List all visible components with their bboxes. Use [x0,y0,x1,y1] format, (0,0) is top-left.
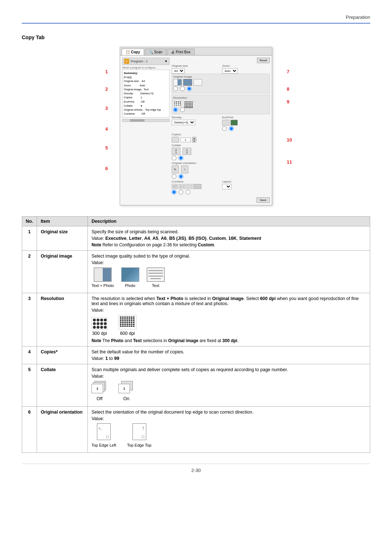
radio-600[interactable] [180,107,185,112]
header-line [22,23,370,24]
orient-top-left-img: ↑ Top Edge Left [91,423,116,447]
ecoprint-label: EcoPrint: [222,116,270,119]
tab-copy[interactable]: 📋 Copy [122,49,144,55]
radio-none[interactable] [173,86,178,91]
combine-1-icon[interactable] [172,184,178,189]
copies-input[interactable] [180,138,191,142]
combine-2-icon[interactable] [179,184,185,189]
original-image-panel: Original image: [172,74,270,93]
ecoprint-off-icon[interactable] [222,120,229,126]
page-header: Preparation [22,15,370,20]
layout-select[interactable] [222,184,232,189]
res-300-icon[interactable] [173,100,181,107]
radio-eco-off[interactable] [222,126,227,131]
photo-label: Photo [125,283,135,288]
ecoprint-on-icon[interactable] [230,120,238,126]
radio-orient-sel[interactable] [179,174,183,179]
zoom-select[interactable]: Auto [222,68,238,74]
radio-orient-c[interactable] [172,174,176,179]
orient-left-icon[interactable]: ↖ [172,165,179,173]
ann-11: 11 [287,159,292,165]
spin-buttons: ▲ ▼ [192,137,196,143]
ann-1: 1 [105,69,108,74]
orient-left-label: Top Edge Left [91,443,116,447]
text-img [147,267,165,282]
ui-body: P Program : 1 ▼ Reset a program to confi… [120,56,272,205]
orient-arrow-left: ↑ [97,426,103,432]
ann-9: 9 [287,99,289,104]
density-select[interactable]: Darker(+3) [172,120,195,125]
collate-img-row: 2 1 1 Off 2 1 On [91,381,366,401]
row-no: 6 [22,407,37,453]
desc-value-prefix: Value: [91,260,366,265]
original-size-field: Original size: A4 [172,64,219,74]
summary-content: [Copy] Original size: A4 Zoom: Auto Orig… [124,75,168,116]
orig-image-label: Original image: [173,75,268,78]
density-eco-row: Density: Darker(+3) EcoPrint: [172,116,270,132]
screenshot-container: 1 2 3 4 5 6 📋 Copy 🔍 Scan 🖨 Print Box P … [22,47,370,205]
row-desc: Select image quality suited to the type … [88,251,370,293]
radio-300[interactable] [173,107,178,112]
orient-arrow-top: ↑ [142,425,145,431]
res-600-icon[interactable] [183,100,193,107]
textphoto-img [94,267,112,282]
orig-image-radios [173,86,268,91]
dpi300-label: 300 dpi [92,331,107,336]
tab-printbox[interactable]: 🖨 Print Box [167,49,194,55]
copies-field: Copies: ▲ ▼ [172,133,270,143]
program-bar: P Program : 1 ▼ [122,58,170,65]
row-no: 4 [22,346,37,364]
combine-more-icon[interactable] [193,184,201,189]
density-label: Density: [172,116,219,119]
screenshot-wrapper: 1 2 3 4 5 6 📋 Copy 🔍 Scan 🖨 Print Box P … [120,47,272,205]
resolution-icons [173,100,268,107]
radio-comb-3[interactable] [185,190,190,194]
table-row: 2 Original image Select image quality su… [22,251,370,293]
page-number: 2-30 [191,468,201,473]
reset-button[interactable]: Reset [257,58,270,63]
combine-4-icon[interactable] [186,184,193,189]
desc-main: Scan multiple originals and deliver comp… [91,367,366,372]
copies-label: Copies: [172,133,270,136]
ann-6: 6 [105,166,108,171]
radio-eco-on[interactable] [229,126,234,131]
tab-scan[interactable]: 🔍 Scan [145,49,167,55]
save-button[interactable]: Save [257,197,270,203]
collate-on-img: 2 1 On [118,381,134,401]
table-row: 6 Original orientation Select the orient… [22,407,370,453]
row-no: 1 [22,226,37,251]
res-300: 300 dpi [91,317,107,336]
text-icon[interactable] [193,79,202,86]
program-icon: P [124,59,129,64]
ann-4: 4 [105,126,108,132]
ui-scrollbar[interactable] [122,119,170,122]
scrollbar-thumb [130,119,144,122]
textphoto-icon[interactable] [173,79,182,86]
radio-collate-on[interactable] [179,156,183,160]
desc-main: Select image quality suited to the type … [91,254,366,259]
row-item: Original orientation [37,407,88,453]
photo-icon[interactable] [183,79,192,86]
radio-mid[interactable] [180,86,185,91]
radio-collate-off[interactable] [172,156,176,160]
row-desc: Specify the size of originals being scan… [88,226,370,251]
collate-off-icon[interactable]: 21 [172,148,180,155]
table-row: 3 Resolution The resolution is selected … [22,293,370,346]
img-textphoto: Text + Photo [91,267,114,288]
page-front2: 1 [118,384,130,393]
copies-row: ▲ ▼ [172,137,270,143]
orig-size-label: Original size: [172,64,219,67]
ui-right-panel: Reset Original size: A4 Zoom: Auto [172,58,270,203]
desc-main: Set the default value for the number of … [91,349,366,354]
copies-icon [172,137,179,143]
orig-size-select[interactable]: A4 [172,68,185,74]
ann-7: 7 [287,69,289,74]
collate-icons: 21 12 [172,148,270,155]
spin-up[interactable]: ▲ [192,137,196,140]
radio-comb-2[interactable] [179,190,183,194]
radio-sel[interactable] [187,86,192,91]
spin-down[interactable]: ▼ [192,140,196,143]
collate-on-icon[interactable]: 12 [183,148,191,155]
orient-top-icon[interactable]: ↑ [181,165,188,173]
radio-comb-1[interactable] [172,190,176,194]
